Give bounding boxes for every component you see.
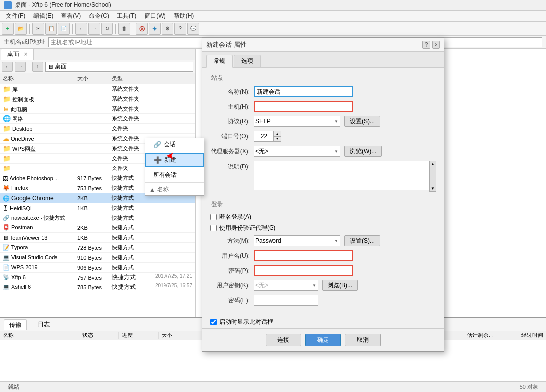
toolbar-paste-btn[interactable]: 📄 — [58, 23, 70, 35]
menu-file[interactable]: 文件(F) — [2, 11, 29, 21]
dialog-tabs: 常规 选项 — [202, 52, 444, 68]
dialog-tab-options[interactable]: 选项 — [234, 55, 261, 67]
field-port-label: 端口号(O): — [210, 132, 250, 141]
list-item[interactable]: 🗄 HeidiSQL 1KB 快捷方式 — [0, 203, 195, 213]
shortcut-icon: 🖥 — [3, 235, 8, 241]
port-decrement-btn[interactable]: ▼ — [274, 137, 281, 142]
col-name[interactable]: 名称 — [0, 74, 74, 83]
form-row-username: 用户名(U): — [210, 250, 436, 261]
toolbar-new-btn[interactable]: + — [2, 23, 14, 35]
field-host-input[interactable] — [254, 101, 353, 112]
toolbar-delete-btn[interactable]: 🗑 — [118, 23, 130, 35]
field-password-input[interactable] — [254, 265, 353, 276]
list-item[interactable]: 💻 Visual Studio Code 910 Bytes 快捷方式 — [0, 253, 195, 263]
anonymous-checkbox[interactable] — [210, 214, 217, 220]
ok-btn[interactable]: 确定 — [305, 334, 341, 346]
list-item[interactable]: 📄 WPS 2019 906 Bytes 快捷方式 — [0, 263, 195, 273]
toolbar-help-btn[interactable]: ? — [174, 23, 186, 35]
list-item[interactable]: 🔗 navicat.exe - 快捷方式 快捷方式 — [0, 213, 195, 223]
field-method-label: 方法(M): — [210, 237, 250, 245]
list-item[interactable]: 📁 Desktop 文件夹 — [0, 124, 195, 134]
menu-help[interactable]: 帮助(H) — [170, 11, 198, 21]
context-name-label: 名称 — [157, 185, 169, 194]
desc-scroll-down[interactable]: ▼ — [430, 186, 435, 191]
shortcut-icon: 📝 — [3, 244, 10, 250]
toolbar-more-btn[interactable]: 💬 — [187, 23, 199, 35]
shortcut-icon: 💻 — [3, 284, 10, 290]
field-desc-label: 说明(D): — [210, 163, 250, 171]
nav-up-btn[interactable]: ↑ — [32, 62, 43, 72]
port-input[interactable] — [254, 131, 273, 142]
port-increment-btn[interactable]: ▲ — [274, 131, 281, 137]
shortcut-icon: 💻 — [3, 254, 10, 260]
proxy-browse-btn[interactable]: 浏览(W)... — [344, 146, 382, 157]
menu-edit[interactable]: 编辑(E) — [29, 11, 57, 21]
port-spinner: ▲ ▼ — [254, 131, 281, 142]
list-item[interactable]: 📮 Postman 2KB 快捷方式 — [0, 223, 195, 233]
toolbar-back-btn[interactable]: ← — [75, 23, 87, 35]
tab-desktop[interactable]: 桌面 × — [1, 49, 34, 60]
field-proxy-select[interactable]: <无> — [254, 146, 340, 157]
protocol-settings-btn[interactable]: 设置(S)... — [344, 116, 380, 127]
address-label: 主机名或IP地址 — [4, 38, 45, 46]
list-item[interactable]: 🖥 此电脑 系统文件夹 — [0, 104, 195, 114]
dialog-tab-general[interactable]: 常规 — [206, 55, 233, 68]
use-agent-checkbox[interactable] — [210, 225, 217, 231]
nav-forward-btn[interactable]: → — [15, 62, 26, 72]
startup-checkbox[interactable] — [210, 319, 217, 325]
dialog-help-btn[interactable]: ? — [422, 41, 430, 49]
nav-back-btn[interactable]: ← — [2, 62, 13, 72]
field-username-input[interactable] — [254, 250, 353, 261]
tab-log[interactable]: 日志 — [33, 319, 55, 330]
toolbar-sep4 — [133, 24, 133, 34]
toolbar-open-btn[interactable]: 📂 — [15, 23, 27, 35]
toolbar: + 📂 ✂ 📋 📄 ← → ↻ 🗑 ⊗ ✦ ⚙ ? 💬 — [0, 22, 546, 36]
desc-scroll-up[interactable]: ▲ — [430, 161, 435, 167]
list-item[interactable]: 📝 Typora 728 Bytes 快捷方式 — [0, 243, 195, 253]
tab-close-btn[interactable]: × — [24, 51, 27, 57]
list-item[interactable]: 💻 Xshell 6 785 Bytes 快捷方式2019/7/25, 16:5… — [0, 282, 195, 292]
field-name-input[interactable] — [254, 86, 353, 97]
toolbar-copy-btn[interactable]: 📋 — [45, 23, 57, 35]
context-menu-session[interactable]: 🔗 会话 — [145, 138, 204, 151]
menu-tools[interactable]: 工具(T) — [113, 11, 140, 21]
connect-btn[interactable]: 连接 — [266, 334, 301, 346]
context-menu-all-sessions[interactable]: 所有会话 — [145, 169, 204, 181]
form-row-port: 端口号(O): ▲ ▼ — [210, 131, 436, 142]
tab-transfer[interactable]: 传输 — [4, 319, 27, 330]
field-user-key-select[interactable]: <无> — [254, 280, 318, 291]
dialog-close-btn[interactable]: × — [432, 41, 440, 49]
menu-command[interactable]: 命令(C) — [85, 11, 113, 21]
field-passphrase-input[interactable] — [254, 295, 318, 306]
form-row-method: 方法(M): Password PublicKey Keyboard Inter… — [210, 235, 436, 246]
menu-view[interactable]: 查看(V) — [57, 11, 85, 21]
field-method-select[interactable]: Password PublicKey Keyboard Interactive — [254, 235, 340, 246]
user-key-browse-btn[interactable]: 浏览(B)... — [322, 280, 358, 291]
col-type[interactable]: 类型 — [109, 74, 195, 83]
anonymous-label: 匿名登录(A) — [219, 213, 251, 221]
menu-window[interactable]: 窗口(W) — [140, 11, 169, 21]
folder-icon: 📁 — [3, 155, 11, 162]
toolbar-refresh-btn[interactable]: ↻ — [101, 23, 113, 35]
dialog-content: 站点 名称(N): 主机(H): 协议(R): SFTP FTP FTPS 设置… — [202, 68, 444, 316]
list-item[interactable]: 📡 Xftp 6 757 Bytes 快捷方式2019/7/25, 17:21 — [0, 273, 195, 282]
form-row-user-key: 用户密钥(K): <无> 浏览(B)... — [210, 280, 436, 291]
toolbar-icon-red[interactable]: ⊗ — [136, 23, 148, 35]
toolbar-settings-btn[interactable]: ⚙ — [162, 23, 173, 35]
col-size[interactable]: 大小 — [74, 74, 109, 83]
list-item[interactable]: 🖥 TeamViewer 13 1KB 快捷方式 — [0, 233, 195, 243]
context-menu-new[interactable]: ➕ 新建 — [145, 153, 204, 167]
toolbar-cut-btn[interactable]: ✂ — [32, 23, 44, 35]
list-item[interactable]: 📁 库 系统文件夹 — [0, 84, 195, 94]
nav-path-text: 桌面 — [55, 62, 67, 71]
list-item[interactable]: 🌐 网络 系统文件夹 — [0, 114, 195, 124]
toolbar-icon-blue[interactable]: ✦ — [149, 23, 161, 35]
field-desc-textarea[interactable] — [254, 161, 436, 190]
list-item[interactable]: 📁 控制面板 系统文件夹 — [0, 94, 195, 104]
cancel-btn[interactable]: 取消 — [345, 334, 381, 346]
field-protocol-select[interactable]: SFTP FTP FTPS — [254, 116, 340, 127]
method-settings-btn[interactable]: 设置(S)... — [344, 235, 380, 246]
section-site-label: 站点 — [210, 74, 436, 82]
dialog-new-session: 新建会话 属性 ? × 常规 选项 站点 名称(N): 主机(H): 协议(R)… — [202, 37, 444, 352]
toolbar-forward-btn[interactable]: → — [88, 23, 100, 35]
